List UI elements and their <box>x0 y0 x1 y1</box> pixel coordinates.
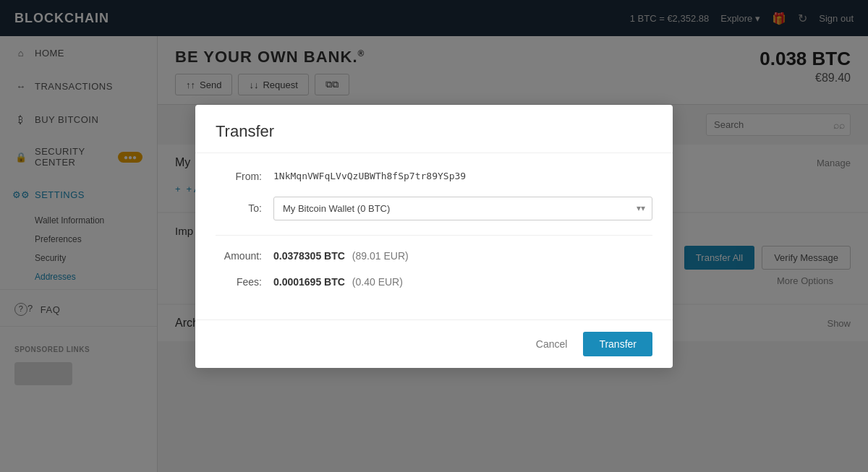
modal-divider <box>216 235 652 236</box>
modal-amount-row: Amount: 0.0378305 BTC (89.01 EUR) <box>216 250 652 262</box>
modal-title: Transfer <box>216 122 652 141</box>
modal-fees-row: Fees: 0.0001695 BTC (0.40 EUR) <box>216 276 652 288</box>
amount-btc: 0.0378305 BTC <box>273 250 345 262</box>
cancel-button[interactable]: Cancel <box>527 332 576 356</box>
from-address: 1NkMqnVWFqLVvQzUBWTh8fSp7tr89YSp39 <box>273 171 466 181</box>
transfer-modal: Transfer From: 1NkMqnVWFqLVvQzUBWTh8fSp7… <box>195 105 673 368</box>
fees-btc: 0.0001695 BTC <box>273 276 345 288</box>
modal-footer: Cancel Transfer <box>195 319 673 368</box>
modal-header: Transfer <box>195 105 673 153</box>
transfer-button[interactable]: Transfer <box>583 332 652 356</box>
to-select[interactable]: My Bitcoin Wallet (0 BTC) <box>273 197 652 220</box>
amount-label: Amount: <box>216 250 273 262</box>
amount-eur: (89.01 EUR) <box>352 250 409 262</box>
modal-body: From: 1NkMqnVWFqLVvQzUBWTh8fSp7tr89YSp39… <box>195 153 673 319</box>
fees-label: Fees: <box>216 276 273 288</box>
modal-to-row: To: My Bitcoin Wallet (0 BTC) ▾ <box>216 197 652 220</box>
from-label: From: <box>216 171 273 182</box>
modal-overlay: Transfer From: 1NkMqnVWFqLVvQzUBWTh8fSp7… <box>0 0 868 472</box>
fees-eur: (0.40 EUR) <box>352 276 403 288</box>
to-label: To: <box>216 202 273 214</box>
modal-from-row: From: 1NkMqnVWFqLVvQzUBWTh8fSp7tr89YSp39 <box>216 171 652 182</box>
to-select-wrapper: My Bitcoin Wallet (0 BTC) ▾ <box>273 197 652 220</box>
